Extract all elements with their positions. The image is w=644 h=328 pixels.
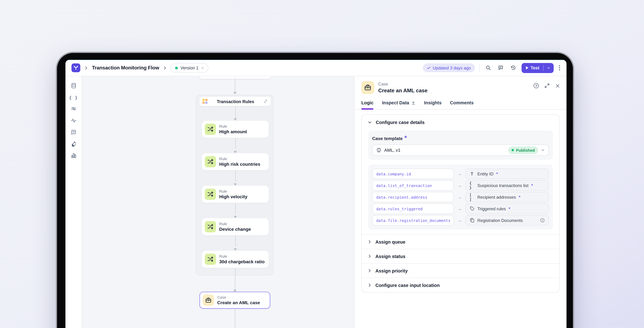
- node-rule-high-velocity[interactable]: Rule High velocity: [202, 186, 268, 203]
- shuffle-icon: [207, 224, 214, 230]
- section-configure-case-input-location[interactable]: Configure case input location: [362, 278, 559, 292]
- tab-logic[interactable]: Logic: [361, 100, 374, 109]
- mapping-target-label: Entity ID: [478, 171, 494, 176]
- breadcrumb-chevron-icon: [84, 66, 88, 70]
- book-icon: [70, 129, 76, 135]
- node-type-label: Rule: [219, 254, 264, 259]
- breadcrumb-flow-name[interactable]: Transaction Monitoring Flow: [92, 65, 159, 71]
- group-header[interactable]: Transaction Rules: [200, 97, 270, 106]
- comment-icon: [498, 65, 503, 71]
- node-rule-high-amount[interactable]: Rule High amount: [202, 121, 268, 138]
- upstream-node-partial[interactable]: [199, 76, 272, 79]
- group-grid-icon: [202, 99, 208, 104]
- shuffle-icon: [207, 126, 214, 132]
- panel-tabs: Logic Inspect Data Insights Comments: [354, 99, 566, 110]
- mapping-target-field[interactable]: Suspicious transactions list *: [465, 180, 549, 191]
- mapping-target-field[interactable]: Triggered rules *: [465, 203, 549, 214]
- brackets-icon: [469, 193, 474, 201]
- sidebar-item-activity[interactable]: [70, 118, 77, 124]
- mapping-row: data.list_of_transaction Suspicious tran…: [372, 180, 549, 191]
- sidebar-item-variables[interactable]: { }: [70, 94, 77, 100]
- connector-arrow: [233, 92, 236, 94]
- mapping-source-input[interactable]: data.list_of_transaction: [372, 180, 454, 191]
- arrow-right-icon: [454, 206, 465, 211]
- tab-insights[interactable]: Insights: [424, 100, 442, 109]
- node-title: High velocity: [219, 194, 248, 199]
- test-options-button[interactable]: [544, 63, 554, 73]
- connector-line: [235, 203, 236, 214]
- node-rule-high-risk-countries[interactable]: Rule High risk countries: [202, 153, 268, 170]
- mapping-source-input[interactable]: data.rules_triggered: [372, 203, 454, 214]
- required-marker: *: [509, 206, 510, 211]
- sidebar-item-settings[interactable]: [70, 106, 77, 112]
- tag-icon: [469, 206, 474, 211]
- rule-icon-tile: [205, 189, 216, 200]
- sidebar-item-analytics[interactable]: [70, 152, 77, 159]
- expand-icon[interactable]: [544, 83, 550, 88]
- node-type-label: Rule: [219, 157, 260, 161]
- connector-line: [235, 138, 236, 149]
- header-divider: [479, 64, 480, 72]
- mapping-source-input[interactable]: data.recipient.address: [372, 192, 454, 202]
- close-icon[interactable]: [555, 83, 560, 88]
- help-icon[interactable]: [534, 83, 539, 88]
- version-selector[interactable]: Version 1: [171, 63, 208, 73]
- node-rule-30d-chargeback-ratio[interactable]: Rule 30d chargeback ratio: [202, 251, 268, 268]
- tab-comments[interactable]: Comments: [450, 100, 474, 109]
- arrow-right-icon: [454, 195, 465, 199]
- history-button[interactable]: [509, 64, 517, 72]
- node-case-create-aml-case-selected[interactable]: Case Create an AML case: [200, 292, 270, 309]
- search-button[interactable]: [484, 64, 492, 72]
- files-icon: [469, 218, 474, 223]
- comments-button[interactable]: [496, 64, 504, 72]
- briefcase-icon: [364, 84, 372, 91]
- sidebar-item-records[interactable]: [70, 83, 77, 89]
- case-template-value: AML, v1: [384, 148, 506, 152]
- chevron-right-icon: [367, 269, 372, 273]
- workflow-canvas[interactable]: Transaction Rules Rule High amount: [82, 76, 354, 328]
- section-assign-queue[interactable]: Assign queue: [362, 234, 559, 249]
- mapping-source-input[interactable]: data.file.registration_documents: [372, 215, 454, 226]
- mapping-target-label: Triggered rules: [478, 206, 506, 211]
- section-configure-case-details[interactable]: Configure case details: [362, 115, 559, 130]
- node-rule-device-change[interactable]: Rule Device change: [202, 218, 268, 235]
- node-title: 30d chargeback ratio: [219, 259, 264, 264]
- case-template-select[interactable]: AML, v1 Published: [372, 144, 549, 156]
- node-title: Create an AML case: [217, 300, 260, 305]
- sidebar-item-lab[interactable]: [70, 141, 77, 147]
- connector-line: [235, 275, 235, 290]
- logo-glyph: [73, 65, 79, 71]
- test-button[interactable]: Test: [522, 63, 543, 73]
- chevron-right-icon: [367, 240, 372, 244]
- page-background: Transaction Monitoring Flow Version 1 Up…: [0, 0, 644, 328]
- mapping-target-field[interactable]: Recipient addresses *: [465, 192, 549, 202]
- mapping-row: data.company.id Entity ID *: [372, 169, 549, 179]
- text-type-icon: [469, 171, 474, 176]
- updated-status-label: Updated 3 days ago: [433, 65, 471, 70]
- section-assign-status[interactable]: Assign status: [362, 249, 559, 263]
- connector-line: [235, 268, 236, 275]
- app-logo[interactable]: [72, 63, 80, 72]
- app-window: Transaction Monitoring Flow Version 1 Up…: [66, 60, 566, 328]
- connector-arrow: [234, 216, 237, 218]
- mapping-target-field[interactable]: Registration Documents: [465, 215, 549, 226]
- section-assign-priority[interactable]: Assign priority: [362, 263, 559, 278]
- mapping-target-field[interactable]: Entity ID *: [465, 169, 549, 179]
- more-options-button[interactable]: [558, 64, 561, 71]
- arrow-right-icon: [454, 183, 465, 188]
- connector-line: [235, 235, 236, 246]
- published-status-dot: [512, 149, 514, 151]
- mapping-source-input[interactable]: data.company.id: [372, 169, 454, 179]
- shield-icon: [376, 148, 382, 153]
- sidebar-item-docs[interactable]: [70, 129, 77, 135]
- panel-title: Create an AML case: [378, 87, 428, 93]
- node-type-label: Rule: [219, 222, 251, 226]
- case-template-card: Case template * AML, v1 Published: [368, 130, 553, 160]
- info-icon[interactable]: [540, 218, 545, 223]
- group-transaction-rules[interactable]: Transaction Rules Rule High amount: [196, 95, 274, 275]
- tab-inspect-data[interactable]: Inspect Data: [382, 100, 416, 109]
- case-icon-tile: [361, 81, 374, 94]
- test-tube-icon: [70, 141, 76, 147]
- group-title: Transaction Rules: [208, 99, 264, 104]
- collapse-icon[interactable]: [264, 99, 268, 103]
